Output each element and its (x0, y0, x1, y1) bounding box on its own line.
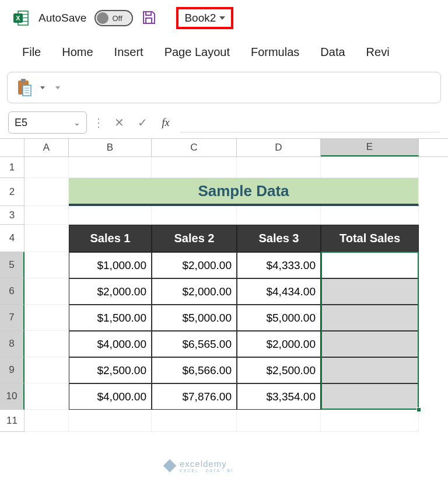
name-box[interactable]: E5 ⌄ (8, 111, 87, 134)
title-cell[interactable]: Sample Data (69, 178, 419, 206)
cell[interactable] (321, 383, 419, 410)
cell[interactable] (24, 157, 69, 178)
cell[interactable]: $4,333.00 (237, 252, 321, 278)
fill-handle[interactable] (416, 407, 421, 412)
cell[interactable] (152, 410, 237, 432)
col-header-C[interactable]: C (152, 139, 237, 156)
cell[interactable]: $4,434.00 (237, 278, 321, 305)
cell[interactable]: $2,500.00 (237, 357, 321, 383)
cell[interactable]: $4,000.00 (69, 331, 152, 357)
active-cell[interactable] (321, 252, 419, 278)
paste-dropdown-icon[interactable] (40, 86, 45, 89)
ribbon-tabs: File Home Insert Page Layout Formulas Da… (0, 41, 448, 69)
cell[interactable]: $2,000.00 (69, 278, 152, 305)
cell[interactable] (237, 157, 321, 178)
cell[interactable]: $2,000.00 (237, 331, 321, 357)
cell[interactable]: $1,500.00 (69, 305, 152, 331)
row-header[interactable]: 5 (0, 252, 24, 278)
cancel-formula-icon[interactable]: ✕ (110, 114, 128, 131)
cell[interactable]: $2,000.00 (152, 252, 237, 278)
qat-dropdown-icon[interactable] (55, 86, 60, 89)
header-total[interactable]: Total Sales (321, 225, 419, 252)
cell[interactable] (152, 206, 237, 225)
tab-review[interactable]: Revi (356, 41, 400, 64)
cell[interactable] (321, 331, 419, 357)
cell[interactable] (321, 206, 419, 225)
cell[interactable] (24, 357, 69, 383)
row-header[interactable]: 2 (0, 178, 24, 206)
enter-formula-icon[interactable]: ✓ (134, 114, 151, 131)
autosave-toggle[interactable]: Off (94, 10, 133, 26)
autosave-label: AutoSave (38, 12, 86, 25)
svg-rect-9 (21, 79, 26, 82)
cell[interactable] (69, 410, 152, 432)
cell[interactable]: $6,566.00 (152, 357, 237, 383)
cell[interactable] (237, 206, 321, 225)
tab-page-layout[interactable]: Page Layout (154, 41, 240, 64)
svg-rect-6 (146, 12, 151, 15)
row-header[interactable]: 3 (0, 206, 24, 225)
col-header-A[interactable]: A (24, 139, 69, 156)
cell[interactable]: $1,000.00 (69, 252, 152, 278)
cell[interactable] (152, 157, 237, 178)
cell[interactable] (69, 206, 152, 225)
cell[interactable] (321, 278, 419, 305)
row-header[interactable]: 6 (0, 278, 24, 305)
col-header-B[interactable]: B (69, 139, 152, 156)
cell[interactable]: $2,500.00 (69, 357, 152, 383)
cell[interactable] (24, 206, 69, 225)
save-icon[interactable] (141, 10, 158, 26)
cell[interactable] (24, 278, 69, 305)
cell[interactable] (24, 383, 69, 410)
row-header[interactable]: 10 (0, 383, 24, 410)
cell[interactable] (321, 357, 419, 383)
filename-dropdown-icon[interactable] (219, 16, 225, 20)
tab-data[interactable]: Data (310, 41, 355, 64)
cell[interactable] (24, 252, 69, 278)
header-sales2[interactable]: Sales 2 (152, 225, 237, 252)
cell[interactable] (24, 410, 69, 432)
name-box-value: E5 (15, 117, 27, 129)
header-sales3[interactable]: Sales 3 (237, 225, 321, 252)
watermark-brand: exceldemy (180, 459, 233, 469)
cell[interactable] (24, 225, 69, 252)
cell[interactable] (24, 331, 69, 357)
tab-file[interactable]: File (12, 41, 51, 64)
row-header[interactable]: 4 (0, 225, 24, 252)
tab-insert[interactable]: Insert (104, 41, 154, 64)
col-header-D[interactable]: D (237, 139, 321, 156)
workbook-filename[interactable]: Book2 (184, 12, 216, 25)
row-header[interactable]: 11 (0, 410, 24, 432)
paste-icon[interactable] (16, 78, 32, 97)
tab-home[interactable]: Home (51, 41, 103, 64)
svg-rect-14 (163, 459, 176, 472)
tab-formulas[interactable]: Formulas (240, 41, 310, 64)
cell[interactable] (237, 410, 321, 432)
cell[interactable] (321, 157, 419, 178)
svg-rect-7 (146, 18, 152, 23)
select-all-corner[interactable] (0, 139, 24, 156)
cell[interactable]: $6,565.00 (152, 331, 237, 357)
cell[interactable] (24, 178, 69, 206)
row-header[interactable]: 9 (0, 357, 24, 383)
cell[interactable]: $3,354.00 (237, 383, 321, 410)
formula-input[interactable] (180, 113, 440, 132)
watermark-tagline: EXCEL · DATA · BI (180, 469, 233, 473)
cell[interactable]: $4,000.00 (69, 383, 152, 410)
row-header[interactable]: 7 (0, 305, 24, 331)
row-header[interactable]: 1 (0, 157, 24, 178)
cell[interactable]: $5,000.00 (237, 305, 321, 331)
spreadsheet-grid: A B C D E 1 2 Sample Data 3 4 Sales 1 Sa… (0, 138, 448, 432)
cell[interactable] (321, 410, 419, 432)
cell[interactable]: $5,000.00 (152, 305, 237, 331)
cell[interactable] (321, 305, 419, 331)
row-header[interactable]: 8 (0, 331, 24, 357)
toggle-state: Off (112, 14, 122, 23)
fx-icon[interactable]: fx (157, 114, 174, 131)
cell[interactable] (24, 305, 69, 331)
cell[interactable]: $7,876.00 (152, 383, 237, 410)
header-sales1[interactable]: Sales 1 (69, 225, 152, 252)
cell[interactable]: $2,000.00 (152, 278, 237, 305)
col-header-E[interactable]: E (321, 139, 419, 156)
cell[interactable] (69, 157, 152, 178)
